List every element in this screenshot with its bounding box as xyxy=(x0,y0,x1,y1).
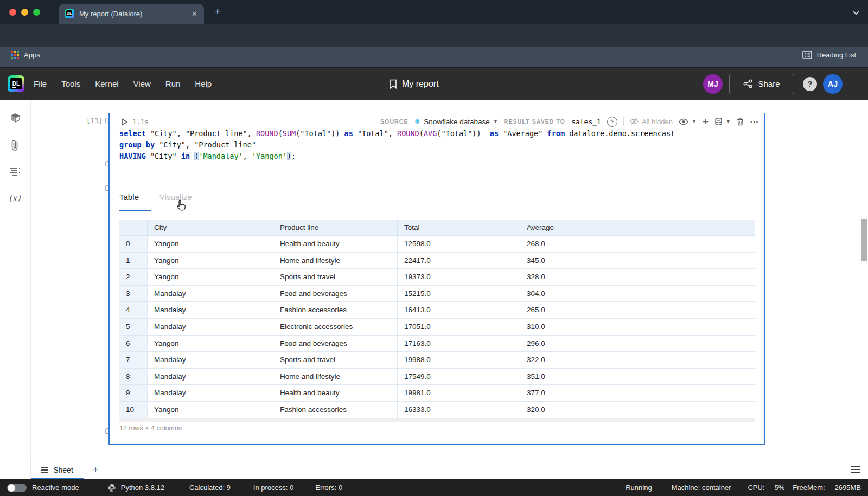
row-index: 5 xyxy=(119,319,148,336)
code-token: as xyxy=(490,129,499,138)
apps-grid-icon xyxy=(11,51,19,59)
add-cell-icon[interactable]: + xyxy=(703,117,709,127)
result-variable[interactable]: sales_1 xyxy=(571,118,601,126)
table-cell: Health and beauty xyxy=(273,236,398,253)
menu-tools[interactable]: Tools xyxy=(61,79,80,88)
delete-cell-icon[interactable] xyxy=(737,118,744,126)
menu-kernel[interactable]: Kernel xyxy=(95,79,118,88)
filler-cell xyxy=(643,253,755,269)
chevron-down-icon: ▼ xyxy=(493,119,498,124)
menu-run[interactable]: Run xyxy=(165,79,181,88)
source-selector[interactable]: ❄ Snowflake database ▼ xyxy=(414,117,498,126)
page-vertical-scrollbar[interactable] xyxy=(861,219,867,261)
table-cell: Home and lifestyle xyxy=(273,253,398,269)
filler-cell xyxy=(643,319,755,336)
reading-list-button[interactable]: Reading List xyxy=(802,51,856,59)
chevron-down-icon: ▼ xyxy=(692,119,697,124)
row-index: 4 xyxy=(119,302,148,319)
column-header-total[interactable]: Total xyxy=(398,220,520,236)
table-cell: 322.0 xyxy=(520,352,643,369)
sql-cell[interactable]: 1.1s SOURCE ❄ Snowflake database ▼ RESUL… xyxy=(108,113,765,445)
tab-table[interactable]: Table xyxy=(119,192,139,202)
toolbar-separator xyxy=(623,117,624,126)
table-cell: Mandalay xyxy=(148,319,273,336)
table-cell: 16333.0 xyxy=(398,402,520,418)
tab-close-icon[interactable]: ✕ xyxy=(192,10,197,18)
table-horizontal-scrollbar[interactable] xyxy=(119,418,755,422)
cell-toolbar: SOURCE ❄ Snowflake database ▼ RESULT SAV… xyxy=(380,113,759,130)
help-button[interactable]: ? xyxy=(803,77,817,91)
table-cell: Health and beauty xyxy=(273,385,398,402)
reactive-mode-toggle[interactable] xyxy=(7,484,27,492)
notebook-title-text: My report xyxy=(402,79,439,89)
code-token: select xyxy=(119,129,146,138)
code-token xyxy=(190,152,194,160)
status-separator xyxy=(93,484,93,492)
code-token: ("Total")) xyxy=(437,129,490,138)
datalore-logo[interactable] xyxy=(8,75,24,92)
row-index: 0 xyxy=(119,236,148,253)
run-cell-icon[interactable] xyxy=(121,118,128,126)
table-cell: 268.0 xyxy=(520,236,643,253)
row-index: 8 xyxy=(119,369,148,385)
more-actions-icon[interactable]: ⋯ xyxy=(750,117,759,127)
edit-variable-icon[interactable]: ✎ xyxy=(607,117,617,127)
table-cell: Mandalay xyxy=(148,286,273,302)
column-header-average[interactable]: Average xyxy=(520,220,643,236)
sheet-tab[interactable]: Sheet xyxy=(30,460,84,480)
table-cell: 304.0 xyxy=(520,286,643,302)
code-token: ( xyxy=(419,129,424,138)
table-cell: 296.0 xyxy=(520,336,643,352)
new-tab-button[interactable]: + xyxy=(214,5,221,18)
column-header-product-line[interactable]: Product line xyxy=(273,220,398,236)
zoom-window-button[interactable] xyxy=(33,9,40,16)
tabs-baseline xyxy=(119,211,755,211)
code-line: select "City", "Product line", ROUND(SUM… xyxy=(119,128,675,139)
code-token: 'Mandalay' xyxy=(199,152,242,160)
add-sheet-button[interactable]: + xyxy=(92,463,99,476)
mem-value: 2695MB xyxy=(835,484,861,492)
library-icon[interactable] xyxy=(9,111,22,124)
database-menu[interactable]: ▼ xyxy=(714,118,731,126)
table-cell: Mandalay xyxy=(148,302,273,319)
header-right: MJ Share ? AJ xyxy=(703,68,843,100)
tab-search-chevron-icon[interactable] xyxy=(853,11,859,15)
reactive-mode-label: Reactive mode xyxy=(32,484,79,492)
kernel-version[interactable]: Python 3.8.12 xyxy=(121,484,164,492)
browser-tab-strip: My report (Datalore) ✕ + xyxy=(0,0,868,24)
close-window-button[interactable] xyxy=(9,9,16,16)
table-cell: 328.0 xyxy=(520,269,643,286)
apps-label: Apps xyxy=(24,51,40,59)
collaborator-avatar-mj[interactable]: MJ xyxy=(703,74,723,94)
user-avatar-aj[interactable]: AJ xyxy=(823,74,843,94)
row-index: 10 xyxy=(119,402,148,418)
visibility-menu[interactable]: ▼ xyxy=(679,118,697,125)
menu-file[interactable]: File xyxy=(34,79,47,88)
share-button[interactable]: Share xyxy=(729,74,794,94)
apps-shortcut[interactable]: Apps xyxy=(11,51,40,59)
screen: My report (Datalore) ✕ + datalore.jetbra… xyxy=(0,0,868,496)
sheets-list-icon[interactable] xyxy=(851,466,860,473)
attachments-icon[interactable] xyxy=(9,139,21,152)
table-cell: 351.0 xyxy=(520,369,643,385)
table-cell: Mandalay xyxy=(148,385,273,402)
sql-code[interactable]: select "City", "Product line", ROUND(SUM… xyxy=(119,128,675,162)
table-cell: Home and lifestyle xyxy=(273,369,398,385)
minimize-window-button[interactable] xyxy=(21,9,28,16)
row-index: 3 xyxy=(119,286,148,302)
menu-view[interactable]: View xyxy=(133,79,151,88)
bookmarks-separator xyxy=(788,51,788,62)
code-token: datalore.demo.screencast xyxy=(565,129,675,138)
menu-help[interactable]: Help xyxy=(195,79,212,88)
table-of-contents-icon[interactable] xyxy=(9,167,22,178)
code-token: group by xyxy=(119,140,155,149)
row-index: 2 xyxy=(119,269,148,286)
table-cell: Food and beverages xyxy=(273,336,398,352)
variables-icon[interactable]: (x) xyxy=(9,193,21,203)
table-cell: Yangon xyxy=(148,236,273,253)
browser-tab[interactable]: My report (Datalore) ✕ xyxy=(59,4,204,24)
column-header-city[interactable]: City xyxy=(148,220,273,236)
code-token: ROUND xyxy=(256,129,278,138)
code-token: "City" xyxy=(146,152,181,160)
errors-count: Errors: 0 xyxy=(315,484,342,492)
